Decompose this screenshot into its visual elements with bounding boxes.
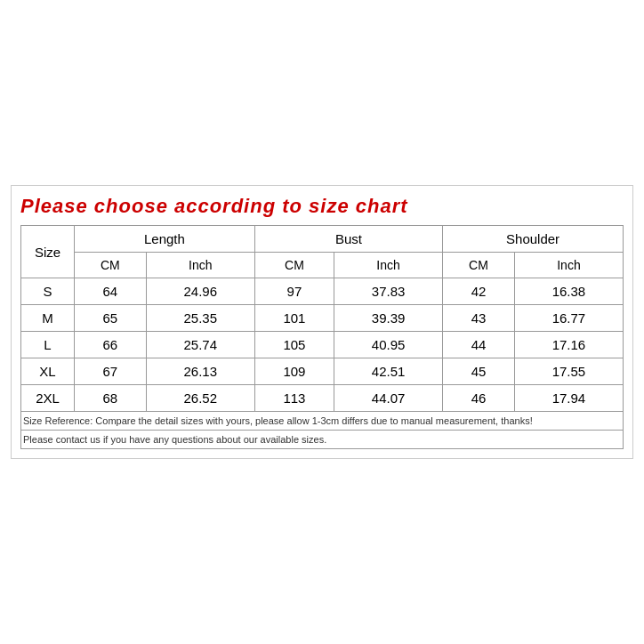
table-row: M6525.3510139.394316.77 [21,305,624,332]
table-cell: 17.94 [514,385,623,412]
size-table: Size Length Bust Shoulder CM Inch CM Inc… [20,225,624,412]
table-cell: 44 [443,332,515,358]
size-column-header: Size [21,226,75,278]
table-cell: 2XL [21,385,75,412]
table-cell: 16.77 [514,305,623,332]
table-cell: 46 [443,385,515,412]
table-cell: 39.39 [334,305,443,332]
size-chart-container: Please choose according to size chart Si… [11,185,633,459]
table-row: 2XL6826.5211344.074617.94 [21,385,624,412]
bust-cm-header: CM [254,253,334,278]
length-group-header: Length [75,226,255,253]
length-cm-header: CM [75,253,147,278]
table-cell: XL [21,358,75,385]
table-row: S6424.969737.834216.38 [21,278,624,305]
table-cell: 45 [443,358,515,385]
table-cell: 25.35 [146,305,254,332]
table-cell: 43 [443,305,515,332]
table-cell: 26.52 [146,385,254,412]
table-cell: 37.83 [334,278,443,305]
chart-title: Please choose according to size chart [20,195,624,218]
table-cell: M [21,305,75,332]
shoulder-inch-header: Inch [514,253,623,278]
shoulder-group-header: Shoulder [443,226,624,253]
table-cell: 113 [254,385,334,412]
note-line1: Size Reference: Compare the detail sizes… [20,412,624,431]
table-cell: 97 [254,278,334,305]
length-inch-header: Inch [146,253,254,278]
table-row: XL6726.1310942.514517.55 [21,358,624,385]
table-cell: 42 [443,278,515,305]
table-cell: 25.74 [146,332,254,358]
table-row: L6625.7410540.954417.16 [21,332,624,358]
table-cell: 105 [254,332,334,358]
note-line2: Please contact us if you have any questi… [20,431,624,449]
bust-group-header: Bust [254,226,442,253]
table-cell: 68 [75,385,147,412]
table-cell: 109 [254,358,334,385]
bust-inch-header: Inch [334,253,443,278]
table-cell: L [21,332,75,358]
table-cell: 16.38 [514,278,623,305]
table-cell: 67 [75,358,147,385]
table-cell: 101 [254,305,334,332]
table-cell: S [21,278,75,305]
table-cell: 44.07 [334,385,443,412]
table-cell: 64 [75,278,147,305]
table-cell: 40.95 [334,332,443,358]
table-cell: 24.96 [146,278,254,305]
table-cell: 42.51 [334,358,443,385]
table-cell: 66 [75,332,147,358]
table-cell: 17.55 [514,358,623,385]
table-cell: 65 [75,305,147,332]
shoulder-cm-header: CM [443,253,515,278]
table-cell: 17.16 [514,332,623,358]
table-cell: 26.13 [146,358,254,385]
